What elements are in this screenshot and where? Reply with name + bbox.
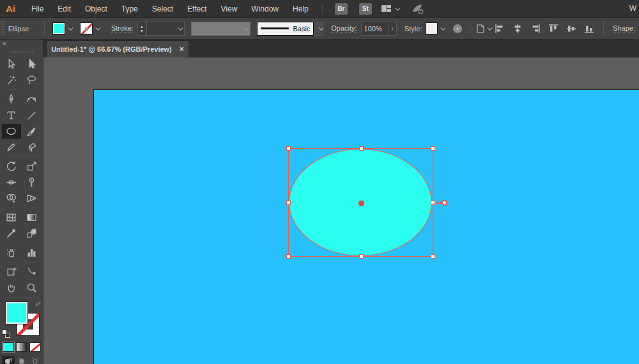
draw-normal-button[interactable] bbox=[2, 356, 15, 364]
type-tool[interactable] bbox=[2, 108, 21, 123]
brush-definition-field[interactable]: Basic bbox=[257, 22, 314, 36]
opacity-more-button[interactable]: › bbox=[389, 22, 397, 36]
align-to-selection-icon[interactable] bbox=[475, 21, 491, 36]
workspace-switcher-icon[interactable] bbox=[381, 5, 399, 12]
stroke-color-control[interactable] bbox=[80, 22, 102, 34]
panel-collapse-button[interactable]: « bbox=[0, 40, 43, 49]
menu-item-view[interactable]: View bbox=[214, 0, 245, 18]
align-bottom-icon[interactable] bbox=[581, 21, 597, 36]
slice-tool[interactable] bbox=[22, 264, 42, 279]
stroke-width-dropdown[interactable] bbox=[146, 22, 185, 36]
column-graph-tool[interactable] bbox=[22, 245, 42, 260]
magic-wand-tool[interactable] bbox=[2, 73, 21, 87]
eyedropper-tool[interactable] bbox=[2, 226, 21, 241]
canvas-pasteboard[interactable] bbox=[43, 57, 639, 364]
curvature-tool[interactable] bbox=[22, 92, 42, 107]
draw-behind-button[interactable] bbox=[15, 356, 28, 364]
drawing-mode-buttons bbox=[0, 356, 43, 364]
stroke-dropdown-button[interactable] bbox=[93, 22, 102, 34]
default-fill-stroke-icon[interactable] bbox=[2, 330, 11, 338]
align-vertical-center-icon[interactable] bbox=[564, 21, 579, 36]
gpu-performance-icon[interactable] bbox=[410, 1, 426, 17]
divider bbox=[4, 89, 39, 90]
stroke-label[interactable]: Stroke: bbox=[111, 24, 134, 33]
swap-fill-stroke-icon[interactable]: ⇄ bbox=[36, 300, 41, 307]
fill-proxy-swatch[interactable] bbox=[5, 301, 28, 324]
bridge-button[interactable]: Br bbox=[335, 3, 348, 15]
symbol-sprayer-tool[interactable] bbox=[2, 245, 21, 260]
color-button[interactable] bbox=[3, 342, 14, 352]
none-button[interactable] bbox=[29, 342, 41, 352]
menu-item-select[interactable]: Select bbox=[145, 0, 180, 18]
ellipse-tool[interactable] bbox=[2, 124, 21, 139]
menu-item-type[interactable]: Type bbox=[114, 0, 145, 18]
puppet-warp-tool[interactable] bbox=[22, 175, 42, 190]
menubar: Ai FileEditObjectTypeSelectEffectViewWin… bbox=[0, 0, 639, 18]
artboard-tool-tool[interactable] bbox=[2, 264, 21, 279]
align-top-icon[interactable] bbox=[546, 21, 561, 36]
fill-dropdown-button[interactable] bbox=[65, 22, 75, 34]
paintbrush-tool[interactable] bbox=[22, 124, 42, 139]
selection-tool[interactable] bbox=[2, 57, 21, 72]
handle-bottom-left[interactable] bbox=[286, 254, 291, 259]
style-dropdown-button[interactable] bbox=[438, 22, 447, 34]
scale-tool[interactable] bbox=[22, 159, 42, 174]
panel-grip[interactable] bbox=[1, 21, 4, 36]
tool-row bbox=[0, 225, 43, 241]
stroke-swatch-none[interactable] bbox=[80, 22, 93, 34]
shape-builder-tool[interactable] bbox=[2, 191, 21, 206]
perspective-grid-tool[interactable] bbox=[22, 191, 42, 206]
handle-bottom-right[interactable] bbox=[431, 254, 435, 259]
artboard[interactable] bbox=[93, 89, 639, 364]
center-point[interactable] bbox=[358, 201, 364, 206]
align-right-icon[interactable] bbox=[528, 21, 543, 36]
opacity-field[interactable]: 100% bbox=[361, 22, 389, 36]
divider bbox=[470, 21, 470, 36]
close-tab-icon[interactable]: × bbox=[180, 45, 184, 54]
fill-stroke-indicator: ⇄ bbox=[0, 300, 43, 340]
shaper-tool[interactable] bbox=[2, 140, 21, 155]
menu-item-help[interactable]: Help bbox=[286, 0, 316, 18]
line-segment-tool[interactable] bbox=[22, 108, 42, 123]
stroke-width-stepper[interactable]: ▲▼ bbox=[137, 22, 146, 36]
menu-item-file[interactable]: File bbox=[24, 0, 50, 18]
stock-button[interactable]: St bbox=[359, 3, 372, 15]
handle-middle-left[interactable] bbox=[286, 201, 291, 205]
gradient-button[interactable] bbox=[16, 342, 27, 352]
divider bbox=[4, 243, 39, 243]
fill-swatch[interactable] bbox=[52, 22, 65, 34]
shape-label[interactable]: Shape: bbox=[613, 24, 635, 33]
recolor-artwork-icon[interactable] bbox=[450, 21, 465, 36]
align-left-icon[interactable] bbox=[492, 21, 507, 36]
handle-top-right[interactable] bbox=[431, 146, 435, 151]
draw-inside-button[interactable] bbox=[29, 356, 42, 364]
zoom-tool[interactable] bbox=[22, 280, 42, 295]
style-swatch[interactable] bbox=[426, 22, 438, 34]
hand-tool[interactable] bbox=[2, 280, 21, 295]
fill-color-control[interactable] bbox=[52, 22, 75, 34]
eraser-tool[interactable] bbox=[22, 140, 42, 155]
menu-item-effect[interactable]: Effect bbox=[180, 0, 213, 18]
menu-item-edit[interactable]: Edit bbox=[50, 0, 78, 18]
rotate-tool[interactable] bbox=[2, 159, 21, 174]
pie-angle-widget[interactable] bbox=[442, 200, 447, 206]
pen-tool[interactable] bbox=[2, 92, 21, 107]
width-tool[interactable] bbox=[2, 175, 21, 190]
handle-top-left[interactable] bbox=[286, 146, 291, 151]
document-tab[interactable]: Untitled-1* @ 66.67% (RGB/Preview) × bbox=[46, 40, 189, 57]
panel-grip-dots[interactable] bbox=[10, 51, 33, 52]
direct-selection-tool[interactable] bbox=[22, 57, 42, 72]
lasso-tool[interactable] bbox=[22, 73, 42, 87]
gradient-tool[interactable] bbox=[22, 210, 42, 225]
handle-bottom-middle[interactable] bbox=[359, 254, 364, 259]
handle-middle-right[interactable] bbox=[431, 201, 435, 205]
menu-item-window[interactable]: Window bbox=[244, 0, 286, 18]
brush-dropdown-button[interactable] bbox=[314, 22, 323, 36]
handle-top-middle[interactable] bbox=[359, 146, 364, 151]
blend-tool[interactable] bbox=[22, 226, 42, 241]
mesh-tool[interactable] bbox=[2, 210, 21, 225]
menu-item-object[interactable]: Object bbox=[78, 0, 114, 18]
opacity-label[interactable]: Opacity: bbox=[331, 24, 357, 33]
align-horizontal-center-icon[interactable] bbox=[510, 21, 525, 36]
illustrator-app: Ai FileEditObjectTypeSelectEffectViewWin… bbox=[0, 0, 639, 364]
